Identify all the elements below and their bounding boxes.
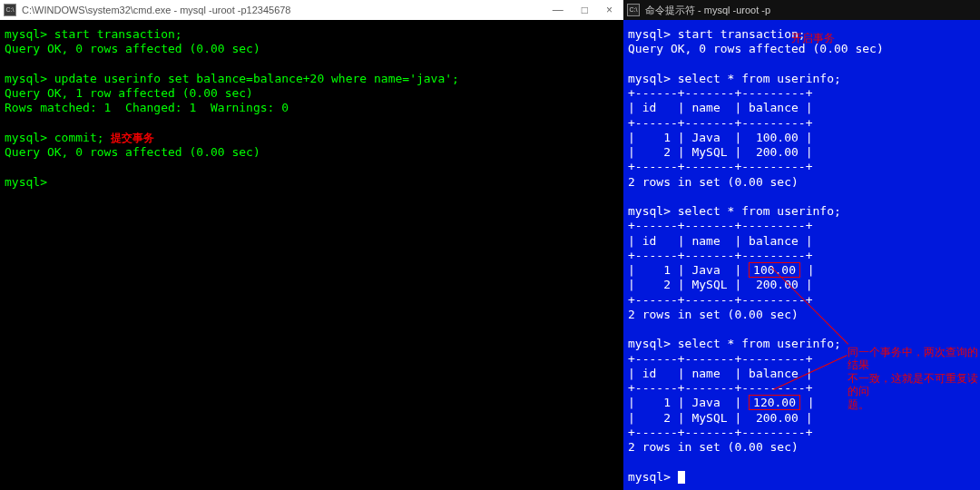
cursor-icon [678,471,685,484]
blank-line [628,57,975,72]
table-row: | 1 | Java | 100.00 | [628,263,975,278]
table-row: +------+-------+---------+ [628,86,975,101]
table-row: | 2 | MySQL | 200.00 | [628,145,975,160]
right-terminal-body[interactable]: mysql> start transaction; Query OK, 0 ro… [623,20,980,490]
terminal-output: 2 rows in set (0.00 sec) [628,440,975,455]
terminal-output: Query OK, 0 rows affected (0.00 sec) [5,42,619,56]
annotation-explain: 同一个事务中，两次查询的结果 不一致，这就是不可重复读的问 题。 [848,346,980,411]
terminal-line: mysql> select * from userinfo; [628,72,975,86]
table-row: +------+-------+---------+ [628,160,975,174]
cmd-icon: C:\ [627,4,640,16]
table-row: | id | name | balance | [628,234,975,249]
blank-line [628,190,975,204]
table-row: | 1 | Java | 100.00 | [628,131,975,145]
terminal-output: 2 rows in set (0.00 sec) [628,308,975,322]
right-title-text: 命令提示符 - mysql -uroot -p [645,4,976,17]
terminal-prompt: mysql> [5,175,619,190]
table-row: +------+-------+---------+ [628,249,975,263]
highlighted-value: 120.00 [749,395,800,410]
blank-line [5,57,619,72]
terminal-line: mysql> select * from userinfo; [628,204,975,219]
table-row: +------+-------+---------+ [628,293,975,308]
cmd-icon: C:\ [4,4,16,16]
table-row: +------+-------+---------+ [628,116,975,131]
terminal-output: 2 rows in set (0.00 sec) [628,175,975,190]
table-row: | id | name | balance | [628,101,975,115]
table-row: | 2 | MySQL | 200.00 | [628,278,975,292]
terminal-output: Query OK, 1 row affected (0.00 sec) [5,86,619,101]
terminal-line: mysql> start transaction; [5,27,619,42]
terminal-output: Rows matched: 1 Changed: 1 Warnings: 0 [5,101,619,115]
terminal-output: Query OK, 0 rows affected (0.00 sec) [5,145,619,160]
blank-line [5,160,619,174]
annotation-start: 开启事务 [791,32,835,44]
blank-line [628,455,975,469]
left-title-text: C:\WINDOWS\system32\cmd.exe - mysql -uro… [22,5,553,15]
right-terminal-window: C:\ 命令提示符 - mysql -uroot -p mysql> start… [623,0,980,490]
table-row: +------+-------+---------+ [628,219,975,233]
terminal-line: mysql> update userinfo set balance=balan… [5,72,619,86]
close-button[interactable]: × [606,4,612,16]
terminal-line: mysql> commit; 提交事务 [5,131,619,145]
terminal-prompt: mysql> [628,470,975,485]
window-controls: — □ × [553,4,612,16]
table-row: | 2 | MySQL | 200.00 | [628,411,975,426]
blank-line [5,116,619,131]
left-terminal-window: C:\ C:\WINDOWS\system32\cmd.exe - mysql … [0,0,623,490]
left-titlebar[interactable]: C:\ C:\WINDOWS\system32\cmd.exe - mysql … [0,0,623,20]
table-row: +------+-------+---------+ [628,426,975,440]
annotation-commit: 提交事务 [104,132,154,144]
maximize-button[interactable]: □ [582,4,588,16]
blank-line [628,322,975,337]
right-titlebar[interactable]: C:\ 命令提示符 - mysql -uroot -p [623,0,980,20]
left-terminal-body[interactable]: mysql> start transaction; Query OK, 0 ro… [0,20,623,490]
minimize-button[interactable]: — [553,4,564,16]
